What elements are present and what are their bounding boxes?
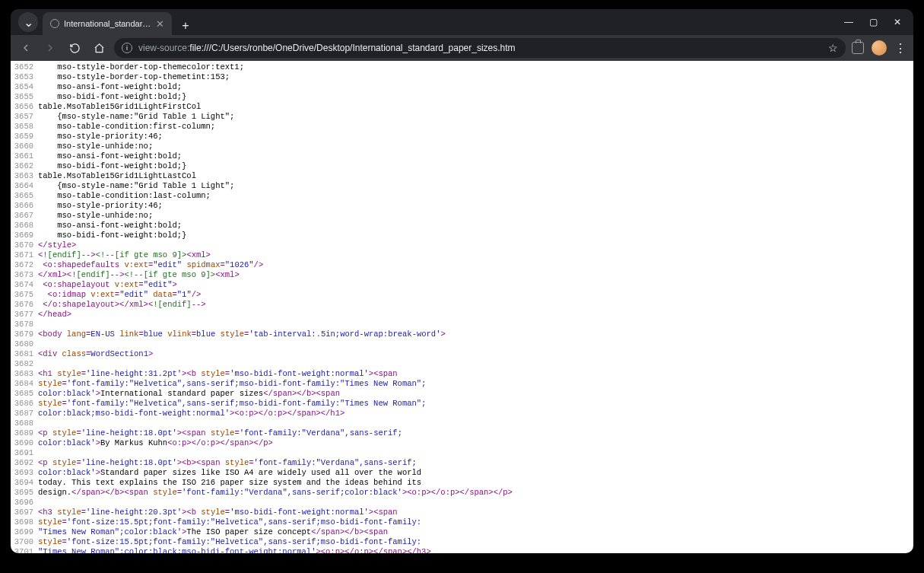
source-line: 3681<div class=WordSection1> xyxy=(11,349,913,359)
home-button[interactable] xyxy=(90,39,108,57)
line-code: mso-bidi-font-weight:bold;} xyxy=(38,161,913,171)
source-line: 3666 mso-style-priority:46; xyxy=(11,201,913,211)
source-line: 3697<h3 style='line-height:20.3pt'><b st… xyxy=(11,508,913,517)
extensions-icon[interactable] xyxy=(852,42,864,54)
line-code xyxy=(38,339,913,349)
globe-icon xyxy=(50,19,59,28)
line-code: {mso-style-name:"Grid Table 1 Light"; xyxy=(38,112,913,122)
chevron-down-icon: ⌄ xyxy=(24,15,33,30)
line-code: <o:shapedefaults v:ext="edit" spidmax="1… xyxy=(38,260,913,270)
line-number: 3658 xyxy=(11,122,38,132)
source-line: 3676 </o:shapelayout></xml><![endif]--> xyxy=(11,300,913,310)
line-code: design.</span></b><span style='font-fami… xyxy=(38,488,913,498)
line-code: color:black'>International standard pape… xyxy=(38,389,913,399)
source-line: 3687color:black;mso-bidi-font-weight:nor… xyxy=(11,409,913,419)
line-number: 3675 xyxy=(11,290,38,300)
profile-avatar[interactable] xyxy=(872,40,887,56)
line-code: mso-style-unhide:no; xyxy=(38,211,913,221)
line-number: 3676 xyxy=(11,300,38,310)
site-info-icon[interactable]: i xyxy=(122,43,132,53)
line-number: 3695 xyxy=(11,488,38,498)
line-number: 3685 xyxy=(11,389,38,399)
new-tab-button[interactable]: + xyxy=(176,17,195,35)
browser-window: ⌄ International_standard_paper_s ✕ + — ▢… xyxy=(11,9,913,553)
source-line: 3695design.</span></b><span style='font-… xyxy=(11,488,913,498)
line-number: 3691 xyxy=(11,448,38,458)
line-code: table.MsoTable15Grid1LightFirstCol xyxy=(38,102,913,112)
source-line: 3696 xyxy=(11,498,913,508)
line-code: <h3 style='line-height:20.3pt'><b style=… xyxy=(38,508,913,517)
line-number: 3671 xyxy=(11,250,38,260)
line-number: 3655 xyxy=(11,92,38,102)
line-number: 3657 xyxy=(11,112,38,122)
menu-icon[interactable]: ⋮ xyxy=(894,41,907,56)
tab-search-button[interactable]: ⌄ xyxy=(18,12,38,32)
line-code: today. This text explains the ISO 216 pa… xyxy=(38,478,913,488)
line-number: 3665 xyxy=(11,191,38,201)
source-line: 3653 mso-tstyle-border-top-themetint:153… xyxy=(11,72,913,82)
line-code: <div class=WordSection1> xyxy=(38,349,913,359)
close-tab-icon[interactable]: ✕ xyxy=(156,18,164,30)
line-number: 3697 xyxy=(11,508,38,517)
line-number: 3699 xyxy=(11,527,38,537)
source-line: 3657 {mso-style-name:"Grid Table 1 Light… xyxy=(11,112,913,122)
line-number: 3654 xyxy=(11,82,38,92)
maximize-button[interactable]: ▢ xyxy=(868,17,878,27)
source-line: 3652 mso-tstyle-border-top-themecolor:te… xyxy=(11,62,913,72)
reload-button[interactable] xyxy=(65,39,84,57)
line-code: {mso-style-name:"Grid Table 1 Light"; xyxy=(38,181,913,191)
forward-button[interactable] xyxy=(41,39,59,57)
line-code: mso-tstyle-border-top-themecolor:text1; xyxy=(38,62,913,72)
back-button[interactable] xyxy=(17,39,35,57)
tab-strip: ⌄ International_standard_paper_s ✕ + — ▢… xyxy=(11,9,913,35)
source-line: 3664 {mso-style-name:"Grid Table 1 Light… xyxy=(11,181,913,191)
line-number: 3686 xyxy=(11,399,38,409)
line-code: mso-bidi-font-weight:bold;} xyxy=(38,92,913,102)
address-bar[interactable]: i view-source:file:///C:/Users/ronbe/One… xyxy=(114,38,846,58)
line-code: <o:shapelayout v:ext="edit"> xyxy=(38,280,913,290)
line-code: "Times New Roman";color:black;mso-bidi-f… xyxy=(38,547,913,553)
source-line: 3674 <o:shapelayout v:ext="edit"> xyxy=(11,280,913,290)
source-line: 3671<![endif]--><!--[if gte mso 9]><xml> xyxy=(11,250,913,260)
line-code: mso-ansi-font-weight:bold; xyxy=(38,221,913,231)
source-line: 3698style='font-size:15.5pt;font-family:… xyxy=(11,517,913,527)
source-line: 3677</head> xyxy=(11,310,913,320)
line-number: 3680 xyxy=(11,339,38,349)
line-code xyxy=(38,419,913,428)
line-number: 3681 xyxy=(11,349,38,359)
line-number: 3670 xyxy=(11,240,38,250)
toolbar: i view-source:file:///C:/Users/ronbe/One… xyxy=(11,35,913,61)
source-line: 3693color:black'>Standard paper sizes li… xyxy=(11,468,913,478)
source-line: 3700style='font-size:15.5pt;font-family:… xyxy=(11,537,913,547)
line-code: color:black;mso-bidi-font-weight:normal'… xyxy=(38,409,913,419)
line-code: color:black'>By Markus Kuhn<o:p></o:p></… xyxy=(38,438,913,448)
line-number: 3662 xyxy=(11,161,38,171)
line-code: <p style='line-height:18.0pt'><span styl… xyxy=(38,428,913,438)
bookmark-icon[interactable]: ☆ xyxy=(828,42,838,54)
source-line: 3661 mso-ansi-font-weight:bold; xyxy=(11,151,913,161)
line-number: 3689 xyxy=(11,428,38,438)
window-controls: — ▢ ✕ xyxy=(833,9,913,35)
line-code: style='font-size:15.5pt;font-family:"Hel… xyxy=(38,517,913,527)
source-line: 3683<h1 style='line-height:31.2pt'><b st… xyxy=(11,369,913,379)
source-line: 3654 mso-ansi-font-weight:bold; xyxy=(11,82,913,92)
source-line: 3656table.MsoTable15Grid1LightFirstCol xyxy=(11,102,913,112)
source-line: 3665 mso-table-condition:last-column; xyxy=(11,191,913,201)
browser-tab[interactable]: International_standard_paper_s ✕ xyxy=(43,12,172,35)
source-line: 3686style='font-family:"Helvetica",sans-… xyxy=(11,399,913,409)
line-code: mso-table-condition:last-column; xyxy=(38,191,913,201)
source-line: 3688 xyxy=(11,419,913,428)
source-line: 3694today. This text explains the ISO 21… xyxy=(11,478,913,488)
line-code: mso-ansi-font-weight:bold; xyxy=(38,82,913,92)
source-line: 3673</xml><![endif]--><!--[if gte mso 9]… xyxy=(11,270,913,280)
source-line: 3669 mso-bidi-font-weight:bold;} xyxy=(11,231,913,240)
line-number: 3672 xyxy=(11,260,38,270)
line-number: 3656 xyxy=(11,102,38,112)
source-line: 3660 mso-style-unhide:no; xyxy=(11,142,913,151)
close-window-button[interactable]: ✕ xyxy=(892,17,903,27)
page-viewport[interactable]: 3652 mso-tstyle-border-top-themecolor:te… xyxy=(11,61,913,553)
minimize-button[interactable]: — xyxy=(843,17,854,27)
line-code: mso-style-priority:46; xyxy=(38,132,913,142)
line-number: 3679 xyxy=(11,329,38,339)
line-code: </style> xyxy=(38,240,913,250)
